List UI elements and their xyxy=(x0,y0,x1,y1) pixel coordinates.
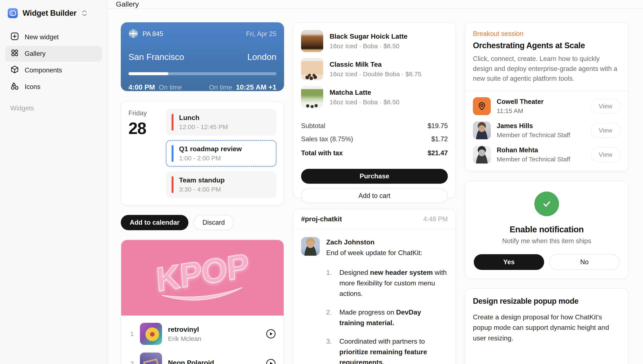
notification-actions: Yes No xyxy=(474,254,620,270)
flight-widget[interactable]: PA 845 Fri, Apr 25 San Francisco London … xyxy=(121,22,284,91)
session-description: Click, connect, create. Learn how to qui… xyxy=(473,54,620,84)
avatar xyxy=(301,237,320,256)
subtotal-value: $19.75 xyxy=(427,122,448,130)
flight-date: Fri, Apr 25 xyxy=(246,30,276,38)
success-check-icon xyxy=(534,192,559,216)
event-lunch[interactable]: Lunch 12:00 - 12:45 PM xyxy=(166,109,276,136)
sidebar-item-icons[interactable]: Icons xyxy=(5,79,102,95)
location-pin-icon xyxy=(473,97,491,115)
tax-label: Sales tax (8.75%) xyxy=(301,135,353,143)
playlist-cover-image: KPOP xyxy=(121,240,284,316)
list-item: 1. Designed new header system with more … xyxy=(326,267,448,299)
page-title: Gallery xyxy=(116,0,139,8)
purchase-button[interactable]: Purchase xyxy=(301,169,448,184)
main-area: Gallery xyxy=(107,0,643,364)
play-button[interactable] xyxy=(266,358,276,364)
order-item[interactable]: Black Sugar Hoick Latte 16oz Iced · Boba… xyxy=(301,30,448,52)
calendar-date: Friday 28 xyxy=(128,109,166,198)
channel-name: #proj-chatkit xyxy=(301,215,342,223)
gallery-dots-icon xyxy=(10,48,19,59)
notification-subtitle: Notify me when this item ships xyxy=(502,237,591,245)
play-button[interactable] xyxy=(266,329,276,339)
order-item[interactable]: Matcha Latte 16oz Iced · Boba · $6.50 xyxy=(301,86,448,108)
departure-time: 4:00 PM xyxy=(128,83,155,91)
notification-widget: Enable notification Notify me when this … xyxy=(465,181,628,279)
sidebar-item-label: New widget xyxy=(25,33,59,41)
flight-number: PA 845 xyxy=(142,30,163,38)
calendar-day-number: 28 xyxy=(128,119,166,138)
task-body: Create a design proposal for how ChatKit… xyxy=(473,312,620,344)
order-items: Black Sugar Hoick Latte 16oz Iced · Boba… xyxy=(293,23,456,116)
track-thumbnail xyxy=(140,323,162,345)
sidebar-item-gallery[interactable]: Gallery xyxy=(5,46,102,62)
column-1: PA 845 Fri, Apr 25 San Francisco London … xyxy=(121,22,284,364)
list-item: 3. Coordinated with partners to prioriti… xyxy=(326,336,448,364)
flight-body: San Francisco London 4:00 PM On time On … xyxy=(121,45,284,91)
message-list: 1. Designed new header system with more … xyxy=(326,267,448,364)
arrival-status: On time xyxy=(209,84,232,91)
track-thumbnail xyxy=(140,352,162,364)
sidebar-item-new-widget[interactable]: New widget xyxy=(5,29,102,45)
session-divider xyxy=(465,90,628,91)
shapes-icon xyxy=(10,82,19,92)
order-totals: Subtotal $19.75 Sales tax (8.75%) $1.72 … xyxy=(293,116,456,163)
flight-header: PA 845 Fri, Apr 25 xyxy=(121,22,284,45)
page-header: Gallery xyxy=(107,0,643,9)
view-button[interactable]: View xyxy=(591,147,620,162)
chat-message: Zach Johnston End of week update for Cha… xyxy=(293,229,456,364)
track-row[interactable]: 2 Neon Polaroid xyxy=(127,352,276,364)
tax-value: $1.72 xyxy=(431,135,448,143)
calendar-widget: Friday 28 Lunch 12:00 - 12:45 PM xyxy=(121,101,284,206)
task-widget: Design resizable popup mode Create a des… xyxy=(465,288,628,364)
add-to-cart-button[interactable]: Add to cart xyxy=(301,188,448,203)
gallery-content: PA 845 Fri, Apr 25 San Francisco London … xyxy=(107,9,643,364)
drink-photo xyxy=(301,30,323,52)
event-color-bar xyxy=(172,145,173,162)
event-team-standup[interactable]: Team standup 3:30 - 4:00 PM xyxy=(166,172,276,198)
sidebar-item-label: Gallery xyxy=(25,50,46,58)
view-button[interactable]: View xyxy=(591,99,620,114)
session-speaker-row: Rohan Mehta Member of Technical Staff Vi… xyxy=(473,146,620,164)
sidebar-item-components[interactable]: Components xyxy=(5,62,102,78)
session-location-row: Cowell Theater 11:15 AM View xyxy=(473,97,620,115)
cube-icon xyxy=(10,65,19,76)
chevron-up-down-icon[interactable] xyxy=(82,10,87,16)
order-item[interactable]: Classic Milk Tea 16oz Iced · Double Boba… xyxy=(301,58,448,80)
list-item: 2. Made progress on DevDay training mate… xyxy=(326,307,448,328)
view-button[interactable]: View xyxy=(591,123,620,138)
arrival-time: 10:25 AM +1 xyxy=(236,83,276,91)
message-intro: End of week update for ChatKit: xyxy=(326,248,448,258)
avatar xyxy=(473,146,491,164)
no-button[interactable]: No xyxy=(549,254,620,270)
flight-progress-bar xyxy=(128,72,276,75)
track-row[interactable]: 1 retrovinyl Erik Mclean xyxy=(127,323,276,345)
sidebar-nav: New widget Gallery Components xyxy=(0,29,107,95)
departure-status: On time xyxy=(159,84,182,91)
message-author: Zach Johnston xyxy=(326,237,448,248)
widgets-section-label: Widgets xyxy=(10,104,107,112)
flight-destination: London xyxy=(247,52,276,62)
drink-photo xyxy=(301,86,323,108)
chat-header: #proj-chatkit 4:48 PM xyxy=(293,209,456,229)
add-to-calendar-button[interactable]: Add to calendar xyxy=(121,215,188,230)
calendar-weekday: Friday xyxy=(128,109,166,117)
event-color-bar xyxy=(172,114,173,130)
session-speaker-row: James Hills Member of Technical Staff Vi… xyxy=(473,122,620,139)
playlist-widget: KPOP 1 retrovinyl Erik Mclean xyxy=(121,240,284,364)
column-3: Breakout session Orchestrating Agents at… xyxy=(465,22,628,364)
order-widget: Black Sugar Hoick Latte 16oz Iced · Boba… xyxy=(293,22,456,198)
message-timestamp: 4:48 PM xyxy=(423,215,448,223)
notification-title: Enable notification xyxy=(510,225,584,234)
yes-button[interactable]: Yes xyxy=(474,254,544,270)
session-widget: Breakout session Orchestrating Agents at… xyxy=(465,22,628,172)
track-list: 1 retrovinyl Erik Mclean xyxy=(121,316,284,364)
event-color-bar xyxy=(172,176,173,193)
app-title: Widget Builder xyxy=(23,9,77,18)
event-q1-roadmap-review[interactable]: Q1 roadmap review 1:00 - 2:00 PM xyxy=(166,140,276,167)
order-actions: Purchase Add to cart xyxy=(293,163,456,210)
app-brand[interactable]: Widget Builder xyxy=(0,6,107,18)
session-eyebrow: Breakout session xyxy=(473,30,620,38)
app-logo-icon xyxy=(8,8,18,18)
discard-button[interactable]: Discard xyxy=(193,215,234,230)
flight-origin: San Francisco xyxy=(128,52,184,62)
